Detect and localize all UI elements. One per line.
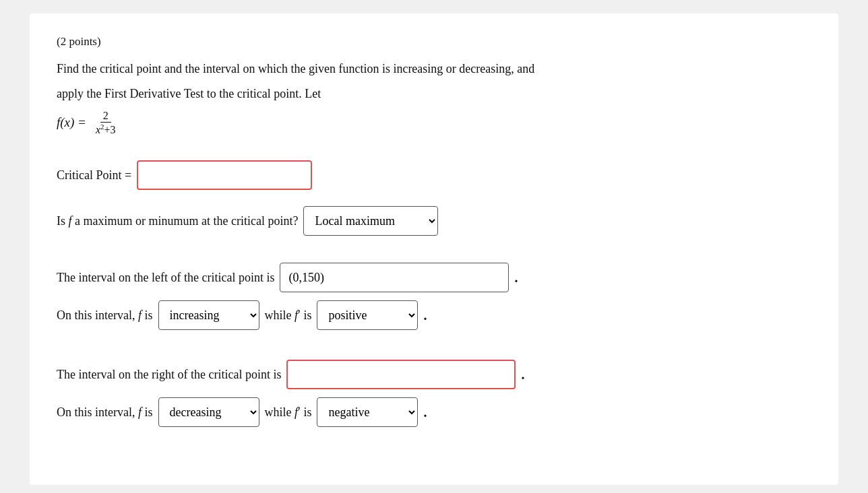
right-interval-row: The interval on the right of the critica… — [57, 360, 811, 389]
left-interval-period: . — [514, 270, 518, 286]
left-interval-label: The interval on the left of the critical… — [57, 271, 274, 285]
function-display: f(x) = 2 x2+3 — [57, 109, 811, 137]
left-behavior-period: . — [423, 308, 427, 323]
left-interval-input[interactable] — [280, 263, 509, 292]
fraction-numerator: 2 — [100, 109, 111, 123]
left-behavior-label-pre: On this interval, f is — [57, 308, 153, 323]
right-interval-label: The interval on the right of the critica… — [57, 368, 281, 382]
left-sign-select[interactable]: positive negative — [317, 300, 418, 330]
main-container: (2 points) Find the critical point and t… — [30, 13, 838, 485]
left-behavior-row: On this interval, f is increasing decrea… — [57, 300, 811, 330]
right-interval-period: . — [521, 367, 524, 383]
right-behavior-period: . — [423, 405, 427, 420]
right-behavior-row: On this interval, f is increasing decrea… — [57, 397, 811, 427]
max-min-select[interactable]: Local maximum Local minimum — [303, 206, 438, 236]
function-notation: f(x) = — [57, 115, 86, 130]
right-behavior-while: while f′ is — [265, 405, 312, 420]
left-behavior-select[interactable]: increasing decreasing — [158, 300, 259, 330]
question-line1: Find the critical point and the interval… — [57, 59, 811, 79]
points-label: (2 points) — [57, 35, 811, 48]
right-behavior-label-pre: On this interval, f is — [57, 405, 153, 420]
right-sign-select[interactable]: positive negative — [317, 397, 418, 427]
function-fraction: 2 x2+3 — [93, 109, 119, 137]
question-line2: apply the First Derivative Test to the c… — [57, 84, 811, 104]
fraction-denominator: x2+3 — [93, 123, 119, 137]
right-behavior-select[interactable]: increasing decreasing — [158, 397, 259, 427]
max-min-row: Is f a maximum or minumum at the critica… — [57, 206, 811, 236]
left-behavior-while: while f′ is — [265, 308, 312, 323]
left-interval-row: The interval on the left of the critical… — [57, 263, 811, 292]
max-min-label-pre: Is f a maximum or minumum at the critica… — [57, 214, 298, 228]
critical-point-input[interactable] — [137, 160, 312, 190]
right-interval-input[interactable] — [286, 360, 516, 389]
critical-point-row: Critical Point = — [57, 160, 811, 190]
critical-point-label: Critical Point = — [57, 168, 131, 183]
